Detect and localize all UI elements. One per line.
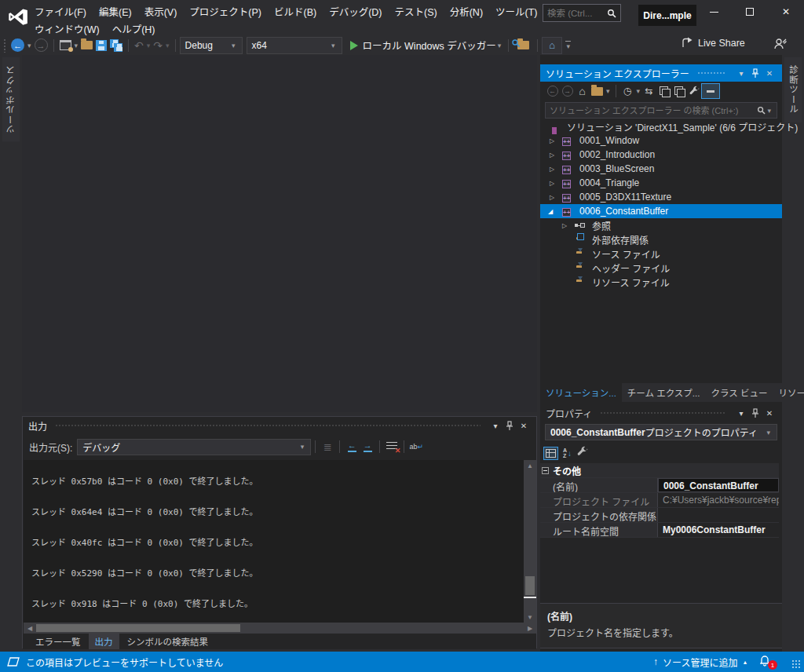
tree-row-header-files[interactable]: ヘッダー ファイル <box>540 261 782 275</box>
tree-row-project[interactable]: ▷ ++ 0002_Introduction <box>540 148 782 162</box>
save-all-icon[interactable] <box>110 39 122 52</box>
property-row[interactable]: プロジェクト ファイル C:¥Users¥jackb¥source¥repos <box>540 493 779 508</box>
feedback-person-icon[interactable] <box>773 38 788 50</box>
previous-message-icon[interactable]: ← <box>348 441 356 452</box>
pin-icon[interactable] <box>502 419 517 432</box>
word-wrap-icon[interactable]: ab↵ <box>408 439 424 455</box>
configuration-combo[interactable]: Debug ▾ <box>180 37 243 54</box>
tree-row-external-deps[interactable]: 外部依存関係 <box>540 232 782 247</box>
maximize-button[interactable] <box>732 0 768 24</box>
chevron-down-icon[interactable]: ▾ <box>606 87 610 95</box>
close-icon[interactable]: ✕ <box>762 407 777 419</box>
home-icon[interactable]: ⌂ <box>575 84 590 99</box>
preview-selected-items-toggle[interactable] <box>701 83 720 99</box>
tree-row-resource-files[interactable]: リソース ファイル <box>540 275 782 289</box>
properties-wrench-icon[interactable] <box>686 84 701 99</box>
quick-search-box[interactable] <box>543 4 621 22</box>
tree-row-project[interactable]: ▷ ++ 0001_Window <box>540 133 782 148</box>
property-category-row[interactable]: その他 <box>540 463 779 478</box>
start-debugging-button[interactable]: ローカル Windows デバッガー ▾ <box>350 37 503 54</box>
tab-solution-explorer[interactable]: ソリューション... <box>540 383 622 402</box>
menu-analyze[interactable]: 分析(N) <box>444 1 489 22</box>
tab-find-symbol-results[interactable]: シンボルの検索結果 <box>121 634 215 649</box>
property-row[interactable]: ルート名前空間 My0006ConstantBuffer <box>540 523 779 538</box>
redo-button[interactable]: ↷ <box>153 37 163 54</box>
properties-title-bar[interactable]: プロパティ ▾ ✕ <box>540 404 782 422</box>
resize-grip[interactable] <box>791 659 801 669</box>
output-title-bar[interactable]: 出力 ▾ ✕ <box>23 417 536 434</box>
sync-with-active-document-icon[interactable]: ⇆ <box>641 84 656 99</box>
tab-error-list[interactable]: エラー一覧 <box>29 634 87 649</box>
alphabetical-sort-button[interactable]: AZ ↓ <box>563 447 572 458</box>
diagnostic-tools-tab[interactable]: 診断ツール <box>784 57 802 122</box>
tab-resource-view[interactable]: リソース ビュー <box>773 383 804 402</box>
property-row[interactable]: (名前) 0006_ConstantBuffer <box>540 478 779 493</box>
properties-object-combo[interactable]: 0006_ConstantBuffer プロジェクトのプロパティ ▾ <box>545 424 777 440</box>
scroll-up-icon[interactable]: ▲ <box>524 460 536 471</box>
forward-icon[interactable]: → <box>562 86 573 97</box>
toolbox-tab[interactable]: ツールボックス <box>2 57 20 142</box>
chevron-down-icon[interactable]: ▾ <box>147 42 151 49</box>
expander-icon[interactable]: ▷ <box>550 137 554 144</box>
collapse-all-icon[interactable] <box>660 86 669 96</box>
chevron-down-icon[interactable]: ▾ <box>166 42 170 49</box>
window-position-menu-icon[interactable]: ▾ <box>734 67 748 79</box>
back-icon[interactable]: ← <box>547 86 558 97</box>
live-share-button[interactable]: Live Share <box>682 37 745 49</box>
open-file-icon[interactable] <box>81 41 93 49</box>
solution-explorer-search-input[interactable] <box>550 106 757 115</box>
navigate-back-button[interactable]: ← <box>11 38 24 52</box>
property-row[interactable]: プロジェクトの依存関係 <box>540 508 779 523</box>
window-position-menu-icon[interactable]: ▾ <box>734 407 748 419</box>
scroll-left-icon[interactable]: ◀ <box>24 623 36 634</box>
chevron-down-icon[interactable]: ▾ <box>27 42 31 49</box>
window-position-menu-icon[interactable]: ▾ <box>488 419 502 432</box>
tree-row-references[interactable]: ▷ 参照 <box>540 218 782 232</box>
menu-project[interactable]: プロジェクト(P) <box>183 1 268 22</box>
add-to-source-control-button[interactable]: ↑ ソース管理に追加 ▲ <box>653 652 747 672</box>
tree-row-project[interactable]: ▷ ++ 0004_Triangle <box>540 176 782 190</box>
output-log[interactable]: スレッド 0x57b0 はコード 0 (0x0) で終了しました。 スレッド 0… <box>24 460 524 623</box>
platform-combo[interactable]: x64 ▾ <box>247 37 342 54</box>
tree-row-project[interactable]: ▷ ++ 0003_BlueScreen <box>540 162 782 176</box>
solution-explorer-search-box[interactable]: ▾ <box>545 102 777 119</box>
expander-icon[interactable]: ▷ <box>550 180 554 187</box>
next-message-icon[interactable]: → <box>364 441 372 452</box>
menu-debug[interactable]: デバッグ(D) <box>323 1 388 22</box>
output-source-combo[interactable]: デバッグ ▾ <box>77 439 311 455</box>
switch-views-icon[interactable] <box>591 87 603 96</box>
expander-icon[interactable]: ▷ <box>562 222 567 229</box>
notification-count-badge[interactable]: 1 <box>768 660 777 670</box>
tab-output[interactable]: 出力 <box>89 634 119 649</box>
property-pages-wrench-icon[interactable] <box>576 446 588 460</box>
tab-class-view[interactable]: クラス ビュー <box>705 383 773 402</box>
categorized-view-button[interactable] <box>543 447 558 460</box>
quick-search-input[interactable] <box>547 9 607 18</box>
expander-icon[interactable]: ▷ <box>550 166 554 173</box>
output-vertical-scrollbar[interactable]: ▲ ▼ <box>524 460 536 623</box>
show-all-files-icon[interactable] <box>674 86 684 96</box>
iis-express-button[interactable]: ⌂ <box>542 37 562 54</box>
minimize-button[interactable] <box>696 0 732 24</box>
attach-to-process-button[interactable] <box>514 37 532 54</box>
pin-icon[interactable] <box>748 407 762 419</box>
tree-row-source-files[interactable]: ソース ファイル <box>540 247 782 261</box>
menu-test[interactable]: テスト(S) <box>389 1 444 22</box>
menu-tools[interactable]: ツール(T) <box>489 1 543 22</box>
collapse-category-icon[interactable] <box>542 467 549 474</box>
solution-explorer-title-bar[interactable]: ソリューション エクスプローラー ▾ ✕ <box>540 64 782 82</box>
toolbar-overflow-button[interactable]: ▾ <box>565 41 571 50</box>
property-value[interactable]: My0006ConstantBuffer <box>658 523 779 537</box>
pin-icon[interactable] <box>748 67 762 79</box>
expander-icon[interactable]: ▷ <box>550 194 554 201</box>
expander-icon[interactable]: ◢ <box>548 208 553 215</box>
message-levels-icon[interactable]: ≣ <box>320 439 335 455</box>
close-icon[interactable]: ✕ <box>517 419 531 432</box>
toolbar-grip[interactable] <box>3 38 6 53</box>
output-horizontal-scrollbar[interactable]: ◀ ▶ <box>24 623 536 634</box>
property-value[interactable]: 0006_ConstantBuffer <box>658 478 779 492</box>
chevron-down-icon[interactable]: ▾ <box>637 87 641 95</box>
scroll-down-icon[interactable]: ▼ <box>524 612 536 623</box>
pending-changes-filter-icon[interactable]: ◷ <box>620 84 635 99</box>
chevron-down-icon[interactable]: ▾ <box>75 42 79 49</box>
